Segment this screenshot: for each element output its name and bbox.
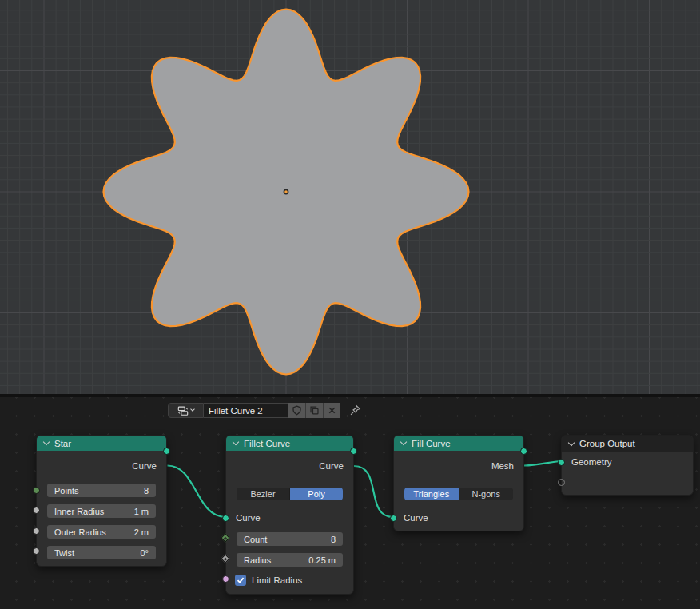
mode-segmented-control: Triangles N-gons: [404, 488, 513, 500]
socket-points-input[interactable]: [33, 487, 40, 494]
node-group-output[interactable]: Group Output Geometry: [561, 435, 694, 496]
node-title: Group Output: [579, 439, 635, 448]
mode-bezier-button[interactable]: Bezier: [237, 488, 289, 500]
socket-mesh-output[interactable]: [520, 448, 527, 455]
node-star[interactable]: Star Curve Points 8 Inner Radius 1 m Out…: [36, 435, 167, 567]
field-label: Count: [244, 535, 267, 544]
input-label: Curve: [236, 513, 261, 523]
node-group-output-header[interactable]: Group Output: [562, 436, 693, 452]
browse-node-group-button[interactable]: [168, 403, 204, 418]
mode-ngons-button[interactable]: N-gons: [459, 488, 514, 500]
mode-segmented-control: Bezier Poly: [237, 488, 343, 500]
socket-curve-output[interactable]: [350, 448, 357, 455]
socket-twist-input[interactable]: [33, 547, 40, 555]
chevron-down-icon: [190, 407, 195, 412]
check-icon: [237, 576, 245, 584]
field-label: Inner Radius: [54, 507, 104, 516]
outer-radius-field[interactable]: Outer Radius 2 m: [47, 525, 156, 539]
input-label: Curve: [404, 513, 428, 523]
close-icon: [328, 406, 336, 415]
limit-radius-checkbox[interactable]: [235, 575, 246, 586]
field-label: Points: [54, 486, 79, 496]
node-star-header[interactable]: Star: [37, 436, 166, 451]
points-field[interactable]: Points 8: [47, 484, 156, 497]
node-fill-curve[interactable]: Fill Curve Mesh Triangles N-gons Curve: [393, 435, 524, 531]
output-row-mesh: Mesh: [394, 458, 523, 474]
node-title: Fill Curve: [412, 439, 451, 448]
checkbox-label: Limit Radius: [252, 575, 302, 585]
input-row-curve: Curve: [394, 510, 523, 526]
socket-curve-input[interactable]: [390, 515, 397, 522]
node-group-name-input[interactable]: [204, 403, 288, 418]
socket-curve-input[interactable]: [222, 515, 229, 522]
input-row-virtual: [562, 474, 693, 490]
socket-limit-radius-input[interactable]: [222, 575, 229, 583]
mode-triangles-button[interactable]: Triangles: [404, 488, 459, 500]
duplicate-icon: [309, 405, 320, 416]
output-label: Curve: [319, 461, 344, 471]
limit-radius-row: Limit Radius: [235, 573, 343, 587]
socket-virtual-input[interactable]: [558, 479, 565, 486]
field-value: 0°: [140, 548, 149, 558]
pin-button[interactable]: [349, 403, 361, 418]
node-fillet-curve-header[interactable]: Fillet Curve: [226, 436, 353, 451]
socket-curve-output[interactable]: [163, 448, 170, 455]
node-title: Fillet Curve: [244, 439, 290, 448]
collapse-chevron-icon[interactable]: [568, 439, 575, 445]
count-field[interactable]: Count 8: [237, 532, 343, 546]
input-row-curve: Curve: [226, 510, 353, 526]
input-row-geometry: Geometry: [562, 454, 693, 470]
mode-poly-button[interactable]: Poly: [289, 488, 343, 500]
pin-icon: [349, 404, 361, 416]
socket-geometry-input[interactable]: [558, 459, 565, 466]
3d-viewport[interactable]: [0, 0, 700, 394]
node-tree-icon: [177, 405, 189, 416]
node-title: Star: [54, 439, 71, 448]
geometry-node-editor[interactable]: Star Curve Points 8 Inner Radius 1 m Out…: [0, 397, 700, 609]
socket-outer-radius-input[interactable]: [33, 527, 40, 535]
new-copy-button[interactable]: [305, 403, 323, 418]
field-value: 2 m: [134, 527, 149, 537]
output-label: Mesh: [491, 461, 514, 471]
field-value: 0.25 m: [308, 555, 336, 565]
collapse-chevron-icon[interactable]: [400, 439, 407, 445]
node-fill-curve-header[interactable]: Fill Curve: [394, 436, 523, 451]
collapse-chevron-icon[interactable]: [233, 439, 239, 445]
twist-field[interactable]: Twist 0°: [47, 546, 156, 559]
field-value: 1 m: [134, 507, 149, 516]
field-label: Twist: [54, 548, 74, 558]
input-label: Geometry: [571, 457, 612, 467]
field-value: 8: [331, 535, 336, 544]
fake-user-button[interactable]: [288, 403, 305, 418]
blender-window: Star Curve Points 8 Inner Radius 1 m Out…: [0, 0, 700, 609]
field-value: 8: [144, 486, 149, 496]
inner-radius-field[interactable]: Inner Radius 1 m: [47, 504, 156, 518]
output-label: Curve: [132, 461, 157, 471]
shield-icon: [292, 405, 302, 416]
output-row-curve: Curve: [226, 458, 353, 474]
radius-field[interactable]: Radius 0.25 m: [237, 553, 343, 567]
collapse-chevron-icon[interactable]: [43, 439, 50, 445]
node-fillet-curve[interactable]: Fillet Curve Curve Bezier Poly Curve Cou…: [225, 435, 354, 595]
field-label: Radius: [244, 555, 271, 565]
output-row-curve: Curve: [37, 458, 166, 474]
unlink-button[interactable]: [323, 403, 340, 418]
node-group-datablock-selector: [168, 403, 361, 418]
socket-inner-radius-input[interactable]: [33, 507, 40, 514]
field-label: Outer Radius: [54, 527, 106, 537]
